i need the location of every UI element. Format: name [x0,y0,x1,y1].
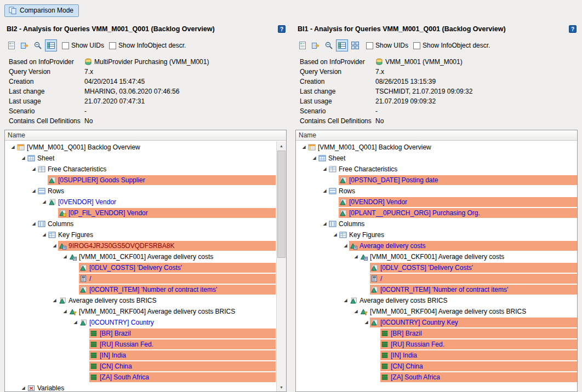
char-variable-icon [59,209,66,217]
tree-node[interactable]: [0DLV_COSTS] 'Delivery Costs' [5,262,276,273]
expander-icon[interactable]: ◢ [20,383,27,391]
tree-node[interactable]: ◢[VMM_M001_CKF001] Average delivery cost… [296,251,577,262]
tree-node[interactable]: [0VENDOR] Vendor [296,197,577,207]
vertical-scrollbar[interactable]: ▲ ▼ [276,141,286,391]
expander-icon[interactable]: ◢ [51,240,58,251]
tree-node[interactable]: [0CONTR_ITEM] 'Number of contract items' [296,284,577,295]
tree-node[interactable]: ◢[VMM_M001_Q001] Backlog Overview [5,142,276,153]
tree-node-content: [CN] China [89,361,276,371]
scroll-up-icon[interactable]: ▲ [277,141,286,150]
tree-node[interactable]: [ZA] South Africa [5,372,276,383]
show-uids-checkbox[interactable]: Show UIDs [62,42,104,49]
expander-icon[interactable]: ◢ [300,142,307,153]
tree-node[interactable]: ◢[0VENDOR] Vendor [5,197,276,207]
tree-view-icon[interactable] [336,39,348,51]
tree-node[interactable]: ◢[0COUNTRY] Country Key [296,317,577,328]
tree-node[interactable]: ◢[0COUNTRY] Country [5,317,276,328]
tree-node[interactable]: ◢Sheet [5,153,276,164]
expander-icon[interactable]: ◢ [61,251,69,262]
tree-node[interactable]: ◢Rows [5,186,276,197]
tree-node[interactable]: [0P_FIL_VENDOR] Vendor [5,207,276,218]
tree-node[interactable]: [0PLANT__0PURCH_ORG] Purchasing Org. [296,207,577,218]
comparison-mode-button[interactable]: Comparison Mode [4,4,79,17]
tree-node[interactable]: [CN] China [296,361,577,372]
expander-icon[interactable]: ◢ [41,197,48,207]
expander-icon[interactable]: ◢ [332,229,339,240]
tree-node[interactable]: ◢Key Figures [5,229,276,240]
tree-node[interactable]: [BR] Brazil [5,328,276,339]
keyfigures-icon [48,231,56,239]
zoom-icon[interactable] [32,39,44,51]
tree-node[interactable]: / [5,273,276,284]
tree-node[interactable]: [IN] India [296,350,577,361]
tree-node[interactable]: ◢Columns [296,218,577,229]
legend-icon[interactable] [296,39,309,51]
show-uids-checkbox[interactable]: Show UIDs [366,42,408,49]
checkbox-icon[interactable] [366,42,373,49]
tree-node[interactable]: [0SUPPLIER] Goods Supplier [5,175,276,186]
grid-view-icon[interactable] [349,39,361,51]
tree-node[interactable]: ◢Rows [296,186,577,197]
tree-node[interactable]: ◢[VMM_M001_CKF001] Average delivery cost… [5,251,276,262]
expander-icon[interactable]: ◢ [363,317,370,328]
scroll-down-icon[interactable]: ▼ [277,383,286,391]
tree-node[interactable]: [ZA] South Africa [296,372,577,383]
tree-node[interactable]: ◢[VMM_M001_RKF004] Average delivery cost… [5,306,276,317]
tree-node[interactable]: ◢Average delivery costs BRICS [5,295,276,306]
tree-node[interactable]: [IN] India [5,350,276,361]
transfer-icon[interactable] [19,39,31,51]
show-infoobject-descr-checkbox[interactable]: Show InfoObject descr. [413,42,490,49]
show-infoobject-descr-checkbox[interactable]: Show InfoObject descr. [109,42,186,49]
tree-node[interactable]: [0DLV_COSTS] 'Delivery Costs' [296,262,577,273]
expander-icon[interactable]: ◢ [321,218,328,229]
expander-icon[interactable]: ◢ [352,251,360,262]
expander-icon[interactable]: ◢ [30,218,37,229]
tree-node[interactable]: ◢9IROG4JRJS0GS5OVQDFSRBA8K [5,240,276,251]
tree-node[interactable]: ◢Free Characteristics [296,164,577,175]
tree-node[interactable]: [BR] Brazil [296,328,577,339]
expander-icon[interactable]: ◢ [321,186,328,197]
tree-node[interactable]: ◢[VMM_M001_RKF004] Average delivery cost… [296,306,577,317]
tree-node[interactable]: / [296,273,577,284]
tree-node[interactable]: ◢Columns [5,218,276,229]
expander-icon[interactable]: ◢ [41,229,48,240]
tree-node-label: Free Characteristics [48,164,106,174]
tree-view-icon[interactable] [45,39,57,51]
tree-node[interactable]: [RU] Russian Fed. [5,339,276,350]
scroll-track[interactable] [277,150,286,383]
expander-icon[interactable]: ◢ [72,317,79,328]
expander-icon[interactable]: ◢ [342,240,349,251]
help-icon[interactable]: ? [569,25,577,33]
expander-icon[interactable]: ◢ [30,164,37,175]
expander-icon[interactable]: ◢ [9,142,16,153]
scroll-thumb[interactable] [277,151,286,258]
tree-node[interactable]: ◢[VMM_M001_Q001] Backlog Overview [296,142,577,153]
tree-node[interactable]: ◢Average delivery costs BRICS [296,295,577,306]
tree-node[interactable]: [0CONTR_ITEM] 'Number of contract items' [5,284,276,295]
tree-node[interactable]: ◢Average delivery costs [296,240,577,251]
help-icon[interactable]: ? [278,25,286,33]
tree-node[interactable]: [CN] China [5,361,276,372]
zoom-icon[interactable] [323,39,335,51]
freechar-icon [38,165,45,173]
tree-node[interactable]: ◢Key Figures [296,229,577,240]
checkbox-icon[interactable] [62,42,69,49]
expander-icon[interactable]: ◢ [352,306,360,317]
checkbox-icon[interactable] [109,42,116,49]
tree-node[interactable]: [RU] Russian Fed. [296,339,577,350]
expander-icon[interactable]: ◢ [342,295,349,306]
expander-icon[interactable]: ◢ [321,164,328,175]
tree-node[interactable]: ◢Variables [5,383,276,391]
tree-node[interactable]: ◢Sheet [296,153,577,164]
tree-node[interactable]: ◢Free Characteristics [5,164,276,175]
tree-node-label: [ZA] South Africa [391,372,440,382]
legend-icon[interactable] [5,39,18,51]
checkbox-icon[interactable] [413,42,420,49]
tree-node[interactable]: [0PSTNG_DATE] Posting date [296,175,577,186]
expander-icon[interactable]: ◢ [20,153,27,164]
transfer-icon[interactable] [310,39,322,51]
expander-icon[interactable]: ◢ [30,186,37,197]
expander-icon[interactable]: ◢ [51,295,58,306]
expander-icon[interactable]: ◢ [311,153,318,164]
expander-icon[interactable]: ◢ [61,306,69,317]
